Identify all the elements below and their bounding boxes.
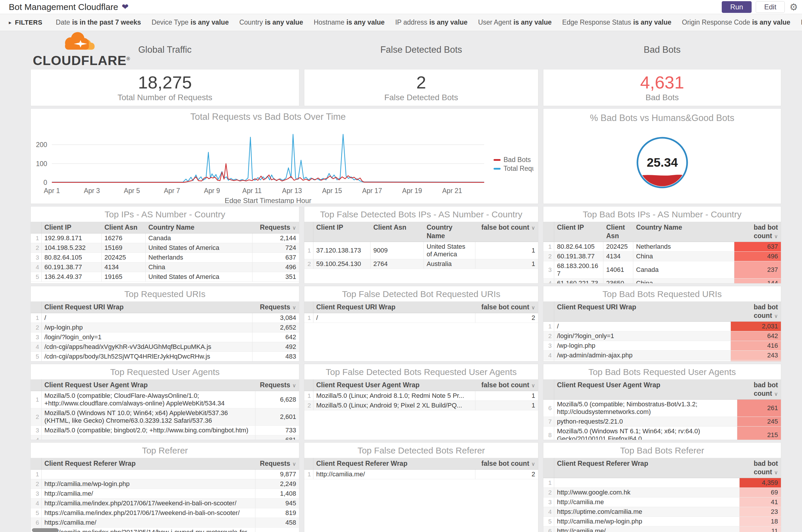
row-number-header — [543, 301, 554, 321]
column-header[interactable]: Requests∨ — [255, 458, 299, 469]
sort-desc-icon[interactable]: ∨ — [292, 461, 296, 467]
column-header[interactable]: Client Request URI Wrap — [554, 301, 730, 321]
column-header[interactable]: Country Name — [423, 222, 475, 242]
row-number: 2 — [304, 400, 313, 410]
column-header[interactable]: bad bot count∨ — [739, 458, 781, 478]
table-row: 2/wp-login.php2,652 — [31, 323, 299, 332]
cell: 2,652 — [252, 323, 299, 332]
table-row: 5136.24.49.3719165United States of Ameri… — [31, 272, 299, 282]
column-header[interactable]: false bot count∨ — [475, 379, 538, 391]
column-header[interactable]: Client Request URI Wrap — [41, 301, 252, 313]
column-header[interactable]: Requests∨ — [252, 301, 299, 313]
cell: 104.198.5.232 — [41, 243, 101, 252]
column-header[interactable]: false bot count∨ — [475, 222, 538, 242]
card-top-bad-bot-uris: Top Bad Bots Requested URIs Client Reque… — [543, 286, 781, 361]
cell: United States of America — [145, 243, 252, 252]
column-header[interactable]: Client Request User Agent Wrap — [41, 379, 255, 391]
table-row: 2104.198.5.23215169United States of Amer… — [31, 243, 299, 252]
sort-desc-icon[interactable]: ∨ — [531, 383, 535, 388]
filter-item[interactable]: Edge Response Statusis any value — [562, 18, 671, 26]
svg-text:Edge Start Timestamp Hour: Edge Start Timestamp Hour — [225, 196, 311, 204]
cell: Mozilla/5.0 (compatible; CloudFlare-Alwa… — [41, 391, 255, 408]
filters-expand-icon[interactable]: ▸ — [9, 19, 12, 26]
column-header[interactable]: Client Request User Agent Wrap — [554, 379, 737, 399]
cell: 1 — [475, 400, 538, 410]
edit-button[interactable]: Edit — [756, 1, 785, 13]
filter-item[interactable]: Device Typeis any value — [151, 18, 229, 26]
column-header[interactable]: Client Request User Agent Wrap — [313, 379, 475, 391]
table-row: 19,877 — [31, 469, 299, 479]
cell: https://camilia.me/index.php/2017/06/17/… — [41, 508, 255, 518]
cell: http://camilia.me/ — [554, 526, 739, 532]
cell: 23 — [739, 507, 781, 516]
cell: 4,359 — [739, 478, 781, 488]
row-number-header — [304, 301, 313, 313]
svg-text:Total Requests: Total Requests — [503, 165, 533, 172]
table-title: Top Bad Bots Referer — [543, 443, 781, 458]
row-number: 2 — [31, 243, 41, 252]
table-row: 137.120.138.1739009United States of Amer… — [304, 242, 538, 259]
column-header[interactable]: bad bot count∨ — [730, 301, 781, 321]
filter-item[interactable]: Request URIis any value — [801, 18, 802, 26]
filter-item[interactable]: Countryis any value — [239, 18, 303, 26]
gear-icon[interactable]: ⚙ — [789, 2, 798, 12]
run-button[interactable]: Run — [722, 1, 751, 13]
column-header[interactable]: Client Request URI Wrap — [313, 301, 475, 313]
cell: 2,031 — [730, 321, 781, 331]
column-header[interactable]: false bot count∨ — [475, 458, 538, 469]
table-row: 1Mozilla/5.0 (compatible; CloudFlare-Alw… — [31, 391, 299, 408]
legend-item[interactable]: Bad Bots — [494, 156, 531, 164]
cell: /cdn-cgi/apps/head/xVgyKhR-vV3dAUGhMqfBc… — [41, 342, 252, 352]
column-header[interactable]: false bot count∨ — [475, 301, 538, 313]
sort-desc-icon[interactable]: ∨ — [531, 461, 535, 467]
filter-item[interactable]: Dateis in the past 7 weeks — [56, 18, 141, 26]
sort-desc-icon[interactable]: ∨ — [774, 313, 778, 319]
column-header[interactable]: Client IP — [41, 222, 101, 233]
legend-item[interactable]: Total Requests — [494, 165, 533, 172]
column-header[interactable]: Country Name — [633, 222, 734, 242]
filter-item[interactable]: IP addressis any value — [395, 18, 467, 26]
sort-desc-icon[interactable]: ∨ — [531, 225, 535, 231]
sort-desc-icon[interactable]: ∨ — [292, 225, 296, 231]
cell: Mozilla/5.0 (Linux; Android 9; Pixel 2 X… — [313, 400, 475, 410]
column-header[interactable]: Requests∨ — [252, 222, 299, 233]
column-header[interactable]: Client Request Referer Wrap — [41, 458, 255, 469]
row-number: 2 — [543, 251, 554, 261]
column-header[interactable]: bad bot count∨ — [734, 222, 781, 242]
filters-label[interactable]: FILTERS — [15, 19, 42, 26]
sort-desc-icon[interactable]: ∨ — [531, 305, 535, 310]
column-header[interactable]: Client Asn — [603, 222, 633, 242]
table-row: 6https://camilia.me/458 — [31, 518, 299, 527]
sort-desc-icon[interactable]: ∨ — [774, 233, 778, 239]
cell: 724 — [252, 243, 299, 252]
row-number: 4 — [543, 278, 554, 284]
row-number: 1 — [304, 242, 313, 259]
sort-desc-icon[interactable]: ∨ — [774, 470, 778, 475]
column-header[interactable]: bad bot count∨ — [737, 379, 781, 399]
cell: /wp-admin/admin-ajax.php — [554, 350, 730, 360]
cell: 1 — [475, 391, 538, 400]
column-header[interactable]: Country Name — [145, 222, 252, 233]
column-header[interactable]: Client Asn — [370, 222, 423, 242]
table-row: 368.183.200.16714061Canada237 — [543, 261, 781, 278]
filter-item[interactable]: User Agentis any value — [478, 18, 552, 26]
column-header[interactable]: Client IP — [313, 222, 370, 242]
column-header[interactable]: Client IP — [554, 222, 603, 242]
column-header[interactable]: Client Request Referer Wrap — [554, 458, 739, 478]
sort-desc-icon[interactable]: ∨ — [292, 305, 296, 310]
cell: http://camilia.me/index.php/2017/05/14/h… — [41, 527, 255, 532]
column-header[interactable]: Client Asn — [101, 222, 145, 233]
timeseries-card: Total Requests vs Bad Bots Over Time0100… — [31, 108, 538, 204]
filter-item[interactable]: Hostnameis any value — [314, 18, 385, 26]
column-header[interactable]: Requests∨ — [255, 379, 299, 391]
sort-desc-icon[interactable]: ∨ — [774, 391, 778, 397]
filter-item[interactable]: Origin Response Codeis any value — [682, 18, 790, 26]
cell: 637 — [734, 242, 781, 251]
horizontal-scrollbar-thumb[interactable] — [32, 528, 58, 532]
row-number: 3 — [31, 332, 41, 342]
sort-desc-icon[interactable]: ∨ — [292, 383, 296, 388]
column-header[interactable]: Client Request Referer Wrap — [313, 458, 475, 469]
svg-text:Apr 19: Apr 19 — [402, 187, 422, 194]
svg-text:Apr 13: Apr 13 — [282, 187, 302, 194]
cell: 9009 — [370, 242, 423, 259]
